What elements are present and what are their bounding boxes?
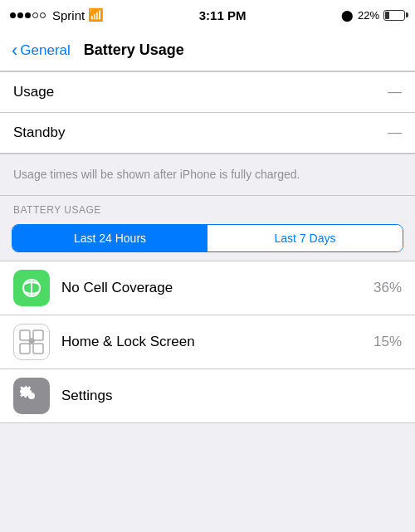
antenna-svg <box>20 276 43 300</box>
battery-fill <box>385 12 389 19</box>
usage-standby-section: Usage — Standby — <box>0 71 415 154</box>
status-right: ⬤ 22% <box>341 9 405 22</box>
home-lock-icon <box>13 324 50 360</box>
svg-rect-4 <box>33 330 43 340</box>
home-lock-svg <box>17 327 46 357</box>
settings-icon <box>13 378 50 414</box>
back-button[interactable]: ‹ General <box>12 41 71 60</box>
app-row-no-cell: No Cell Coverage 36% <box>0 261 415 315</box>
signal-dot-2 <box>17 12 23 18</box>
last-7-days-button[interactable]: Last 7 Days <box>208 225 403 251</box>
back-label: General <box>20 42 70 59</box>
home-lock-percent: 15% <box>374 334 402 350</box>
signal-dot-1 <box>10 12 16 18</box>
bluetooth-icon: ⬤ <box>341 9 354 22</box>
info-text: Usage times will be shown after iPhone i… <box>13 168 300 181</box>
back-chevron-icon: ‹ <box>12 41 17 60</box>
no-cell-coverage-icon <box>13 270 50 306</box>
info-box: Usage times will be shown after iPhone i… <box>0 154 415 196</box>
time-range-segmented-control[interactable]: Last 24 Hours Last 7 Days <box>12 224 403 252</box>
status-bar: Sprint 📶 3:11 PM ⬤ 22% <box>0 0 415 30</box>
app-battery-list: No Cell Coverage 36% Home & Lock Screen … <box>0 261 415 423</box>
svg-rect-5 <box>20 344 30 354</box>
no-cell-percent: 36% <box>374 280 402 296</box>
settings-label: Settings <box>61 388 402 404</box>
carrier-label: Sprint <box>52 8 85 22</box>
status-left: Sprint 📶 <box>10 7 104 22</box>
usage-row: Usage — <box>0 72 415 113</box>
standby-value: — <box>388 124 402 141</box>
nav-bar: ‹ General Battery Usage <box>0 30 415 71</box>
svg-rect-3 <box>20 330 30 340</box>
usage-value: — <box>388 84 402 100</box>
standby-label: Standby <box>13 124 65 141</box>
svg-rect-6 <box>33 344 43 354</box>
signal-dot-3 <box>25 12 31 18</box>
signal-dot-4 <box>32 12 38 18</box>
last-24-hours-button[interactable]: Last 24 Hours <box>12 225 208 251</box>
standby-row: Standby — <box>0 113 415 153</box>
app-row-settings: Settings <box>0 369 415 422</box>
gear-svg <box>20 384 43 408</box>
page-title: Battery Usage <box>84 41 184 59</box>
battery-percent: 22% <box>358 9 379 22</box>
status-time: 3:11 PM <box>199 8 247 22</box>
battery-icon <box>383 10 405 21</box>
usage-label: Usage <box>13 84 54 100</box>
signal-dots <box>10 12 46 18</box>
battery-usage-header: BATTERY USAGE <box>0 196 415 221</box>
no-cell-label: No Cell Coverage <box>61 280 374 296</box>
signal-dot-5 <box>40 12 46 18</box>
home-lock-label: Home & Lock Screen <box>61 334 374 350</box>
wifi-icon: 📶 <box>88 7 104 22</box>
app-row-home-lock: Home & Lock Screen 15% <box>0 315 415 369</box>
battery-usage-header-text: BATTERY USAGE <box>13 204 101 216</box>
